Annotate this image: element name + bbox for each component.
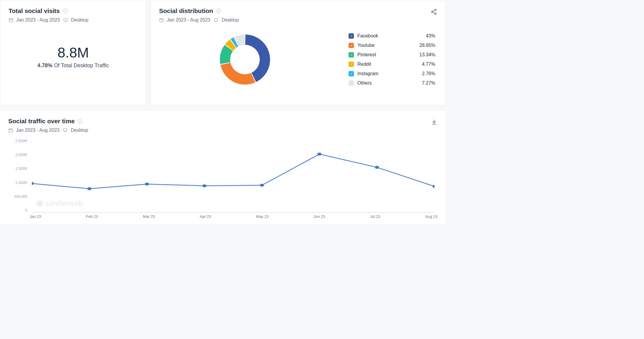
card-title-text: Total social visits (9, 7, 60, 14)
legend-pct: 2.76% (422, 71, 435, 76)
x-tick: Mar 23 (143, 214, 155, 221)
metric-value: 8.8M (58, 45, 89, 61)
plot-area (32, 139, 434, 213)
svg-rect-1 (64, 19, 67, 21)
date-range: Jan 2023 - Aug 2023 (167, 17, 210, 23)
legend-row[interactable]: Others7.27% (349, 80, 435, 86)
donut-slice[interactable] (220, 63, 255, 85)
legend-row[interactable]: ✓Reddit4.77% (349, 62, 435, 67)
metric-subtitle: 4.78% Of Total Desktop Traffic (37, 62, 109, 69)
legend-swatch (349, 80, 354, 86)
metric-pct: 4.78% (37, 62, 53, 68)
line-point[interactable] (32, 182, 34, 185)
card-title: Social distribution i (159, 7, 437, 14)
legend-row[interactable]: ✓Facebook43% (349, 33, 435, 39)
info-icon[interactable]: i (63, 9, 68, 13)
x-tick: Jan 23 (30, 214, 41, 221)
card-title-text: Social traffic over time (8, 118, 75, 125)
line-point[interactable] (375, 166, 379, 169)
svg-point-6 (435, 13, 436, 14)
total-social-visits-card: Total social visits i Jan 2023 - Aug 202… (0, 0, 146, 106)
y-tick: 1.000M (8, 181, 27, 185)
legend-label: Facebook (357, 33, 378, 39)
watermark-logo-icon (37, 200, 43, 207)
svg-point-4 (435, 9, 436, 11)
legend-swatch: ✓ (349, 62, 354, 67)
line-point[interactable] (317, 153, 321, 156)
device-label: Desktop (71, 128, 88, 133)
svg-rect-7 (9, 129, 12, 132)
desktop-icon (63, 18, 68, 22)
line-point[interactable] (432, 185, 434, 188)
calendar-icon (159, 18, 164, 22)
legend-swatch: ✓ (349, 52, 354, 57)
legend-row[interactable]: ✓Youtube28.85% (349, 43, 435, 48)
x-tick: May 23 (256, 214, 269, 221)
card-meta: Jan 2023 - Aug 2023 Desktop (9, 17, 138, 23)
distribution-legend: ✓Facebook43%✓Youtube28.85%✓Pinterest13.3… (349, 33, 437, 86)
desktop-icon (63, 128, 68, 133)
card-meta: Jan 2023 - Aug 2023 Desktop (159, 17, 437, 23)
card-title-text: Social distribution (159, 7, 213, 14)
y-tick: 500,000 (8, 195, 27, 199)
svg-rect-2 (160, 19, 163, 22)
legend-label: Pinterest (357, 52, 376, 57)
legend-pct: 43% (426, 33, 435, 39)
x-tick: Feb 23 (86, 214, 98, 221)
social-distribution-card: Social distribution i Jan 2023 - Aug 202… (151, 0, 446, 106)
device-label: Desktop (71, 17, 89, 23)
legend-pct: 4.77% (422, 62, 435, 67)
social-traffic-over-time-card: Social traffic over time i Jan 2023 - Au… (0, 110, 446, 225)
svg-rect-8 (63, 129, 67, 131)
line-series (32, 154, 434, 189)
y-tick: 2.000M (8, 153, 27, 157)
desktop-icon (213, 18, 219, 22)
card-title: Social traffic over time i (8, 118, 437, 125)
legend-pct: 28.85% (419, 43, 435, 48)
card-meta: Jan 2023 - Aug 2023 Desktop (8, 128, 437, 133)
x-tick: Jul 23 (370, 214, 380, 221)
y-tick: 0 (8, 208, 27, 213)
calendar-icon (9, 18, 13, 22)
legend-row[interactable]: ✓Pinterest13.34% (349, 52, 435, 57)
line-chart: 2.500M2.000M1.500M1.000M500,0000 similar… (8, 139, 437, 221)
x-tick: Jun 23 (313, 214, 325, 221)
donut-chart (159, 32, 331, 88)
svg-point-5 (431, 11, 433, 13)
download-icon[interactable] (431, 119, 437, 125)
info-icon[interactable]: i (216, 9, 221, 13)
line-point[interactable] (202, 184, 207, 187)
metric: 8.8M 4.78% Of Total Desktop Traffic (9, 23, 138, 90)
date-range: Jan 2023 - Aug 2023 (16, 17, 60, 23)
legend-label: Reddit (357, 62, 371, 67)
card-title: Total social visits i (9, 7, 138, 14)
watermark-text: similarweb (45, 199, 83, 208)
x-axis: Jan 23Feb 23Mar 23Apr 23May 23Jun 23Jul … (30, 214, 437, 221)
legend-pct: 13.34% (419, 52, 435, 57)
share-icon[interactable] (431, 9, 437, 15)
legend-swatch: ✓ (349, 43, 354, 48)
x-tick: Apr 23 (200, 214, 211, 221)
y-tick: 1.500M (8, 167, 27, 171)
svg-rect-3 (214, 19, 218, 21)
info-icon[interactable]: i (78, 119, 82, 124)
line-point[interactable] (145, 182, 149, 185)
metric-sub-rest: Of Total Desktop Traffic (53, 62, 109, 68)
calendar-icon (8, 128, 13, 133)
legend-label: Others (357, 80, 372, 86)
svg-rect-0 (9, 19, 13, 22)
date-range: Jan 2023 - Aug 2023 (16, 128, 60, 133)
legend-label: Instagram (357, 71, 378, 76)
y-tick: 2.500M (8, 139, 27, 143)
x-tick: Aug 23 (425, 214, 437, 221)
legend-pct: 7.27% (422, 80, 435, 86)
line-point[interactable] (260, 184, 264, 187)
line-point[interactable] (87, 187, 91, 190)
legend-swatch: ✓ (349, 33, 354, 39)
legend-label: Youtube (357, 43, 375, 48)
device-label: Desktop (222, 17, 239, 23)
legend-swatch: ✓ (349, 71, 354, 76)
y-axis: 2.500M2.000M1.500M1.000M500,0000 (8, 139, 30, 213)
legend-row[interactable]: ✓Instagram2.76% (349, 71, 435, 76)
watermark: similarweb (37, 199, 83, 208)
